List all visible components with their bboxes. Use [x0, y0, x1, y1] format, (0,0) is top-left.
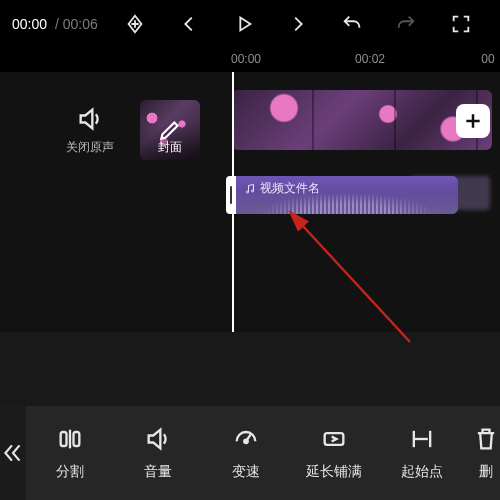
tool-label: 起始点 — [401, 463, 443, 481]
speaker-icon — [76, 105, 104, 133]
time-ruler[interactable]: 00:00 00:02 00 — [230, 52, 500, 72]
audio-filename: 视频文件名 — [260, 180, 320, 197]
transport-controls — [108, 6, 488, 42]
mute-label: 关闭原声 — [66, 139, 114, 156]
playhead[interactable] — [232, 72, 234, 332]
plus-icon — [463, 111, 483, 131]
fullscreen-icon — [450, 13, 472, 35]
track-side-controls: 关闭原声 封面 — [0, 90, 220, 170]
audio-clip-left-handle[interactable] — [226, 176, 236, 214]
tool-label: 变速 — [232, 463, 260, 481]
start-point-icon — [408, 425, 436, 453]
svg-point-8 — [244, 440, 248, 444]
add-clip-button[interactable] — [456, 104, 490, 138]
spacer-strip — [0, 332, 500, 406]
time-current: 00:00 — [12, 16, 47, 32]
svg-rect-5 — [74, 432, 80, 446]
video-clip[interactable] — [232, 90, 492, 150]
ruler-tick: 00 — [481, 52, 494, 66]
tool-label: 删 — [479, 463, 493, 481]
cover-thumbnail-button[interactable]: 封面 — [140, 100, 200, 160]
extend-icon — [320, 425, 348, 453]
redo-button[interactable] — [388, 6, 424, 42]
undo-button[interactable] — [334, 6, 370, 42]
tool-volume[interactable]: 音量 — [114, 406, 202, 500]
keyframe-icon — [124, 13, 146, 35]
tool-label: 分割 — [56, 463, 84, 481]
ruler-tick: 00:02 — [355, 52, 385, 66]
top-transport-bar: 00:00 / 00:06 — [0, 0, 500, 48]
audio-clip[interactable]: 视频文件名 — [236, 176, 458, 214]
play-icon — [233, 13, 255, 35]
split-icon — [56, 425, 84, 453]
cover-label: 封面 — [140, 139, 200, 156]
tool-label: 延长铺满 — [306, 463, 362, 481]
music-note-icon — [244, 183, 256, 195]
trash-icon — [472, 425, 500, 453]
chevrons-left-icon — [0, 440, 26, 466]
tool-extend-fill[interactable]: 延长铺满 — [290, 406, 378, 500]
audio-clip-label: 视频文件名 — [244, 180, 320, 197]
annotation-arrow — [270, 192, 450, 352]
tool-speed[interactable]: 变速 — [202, 406, 290, 500]
tool-start-point[interactable]: 起始点 — [378, 406, 466, 500]
svg-marker-0 — [240, 18, 250, 31]
chevron-right-icon — [287, 13, 309, 35]
play-button[interactable] — [226, 6, 262, 42]
collapse-toolbar-button[interactable] — [0, 406, 26, 500]
speed-icon — [232, 425, 260, 453]
mute-original-audio-button[interactable]: 关闭原声 — [60, 105, 120, 156]
redo-icon — [395, 13, 417, 35]
svg-line-3 — [290, 212, 410, 342]
chevron-left-icon — [178, 13, 200, 35]
tool-label: 音量 — [144, 463, 172, 481]
timeline-area: 关闭原声 封面 视频文件名 — [0, 72, 500, 332]
svg-point-1 — [247, 191, 249, 193]
tool-strip: 分割 音量 变速 延长铺满 起始点 删 — [26, 406, 500, 500]
time-total: / 00:06 — [51, 16, 98, 32]
tool-split[interactable]: 分割 — [26, 406, 114, 500]
keyframe-button[interactable] — [117, 6, 153, 42]
fullscreen-button[interactable] — [443, 6, 479, 42]
tool-delete[interactable]: 删 — [466, 406, 500, 500]
bottom-toolbar: 分割 音量 变速 延长铺满 起始点 删 — [0, 406, 500, 500]
next-frame-button[interactable] — [280, 6, 316, 42]
svg-rect-4 — [61, 432, 67, 446]
ruler-tick: 00:00 — [231, 52, 261, 66]
prev-frame-button[interactable] — [171, 6, 207, 42]
time-total-value: 00:06 — [63, 16, 98, 32]
undo-icon — [341, 13, 363, 35]
volume-icon — [144, 425, 172, 453]
svg-point-2 — [252, 190, 254, 192]
